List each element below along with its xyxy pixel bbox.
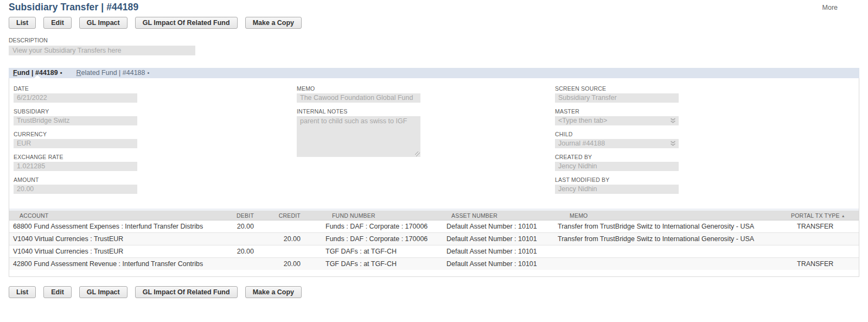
cell-memo: Transfer from TrustBridge Switz to Inter… — [557, 233, 781, 245]
gl-impact-button[interactable]: GL Impact — [79, 286, 127, 298]
field-label-amount: AMOUNT — [14, 176, 137, 183]
field-amount: AMOUNT20.00 — [14, 176, 137, 194]
description-label: DESCRIPTION — [9, 37, 48, 43]
gl-lines-table: ACCOUNTDEBITCREDITFUND NUMBERASSET NUMBE… — [9, 211, 859, 270]
textarea-internal-notes: parent to child such as swiss to IGF — [297, 116, 420, 157]
column-header-account[interactable]: ACCOUNT — [9, 211, 234, 220]
cell-debit — [234, 233, 258, 245]
column-header-memo[interactable]: MEMO — [557, 211, 781, 220]
input-amount: 20.00 — [14, 185, 137, 194]
list-button[interactable]: List — [9, 17, 36, 29]
field-exchange-rate: EXCHANGE RATE1.021285 — [14, 154, 137, 171]
cell-asset-number: Default Asset Number : 10101 — [443, 245, 557, 258]
cell-account: V1040 Virtual Currencies : TrustEUR — [9, 233, 234, 245]
cell-portal-tx-type — [781, 233, 859, 245]
cell-asset-number: Default Asset Number : 10101 — [443, 220, 557, 233]
toolbar-top: ListEditGL ImpactGL Impact Of Related Fu… — [9, 17, 302, 29]
input-created-by: Jency Nidhin — [555, 162, 679, 171]
more-link[interactable]: More — [822, 4, 838, 11]
field-child: CHILDJournal #44188 — [555, 131, 679, 148]
input-child[interactable]: Journal #44188 — [555, 139, 679, 148]
tab-label: und | #44189 — [17, 69, 58, 77]
input-date: 6/21/2022 — [14, 93, 137, 103]
input-last-modified-by: Jency Nidhin — [555, 185, 679, 194]
field-memo: MEMOThe Cawood Foundation Global Fund — [297, 85, 420, 103]
make-a-copy-button[interactable]: Make a Copy — [245, 286, 302, 298]
table-header-row: ACCOUNTDEBITCREDITFUND NUMBERASSET NUMBE… — [9, 211, 859, 220]
tab-bullet: • — [60, 70, 62, 76]
cell-debit: 20.00 — [234, 245, 258, 258]
cell-portal-tx-type — [781, 245, 859, 258]
cell-portal-tx-type: TRANSFER — [781, 220, 859, 233]
field-screen-source: SCREEN SOURCESubsidiary Transfer — [555, 85, 679, 103]
record-panel: DATE6/21/2022SUBSIDIARYTrustBridge Switz… — [9, 78, 859, 277]
toolbar-bottom: ListEditGL ImpactGL Impact Of Related Fu… — [9, 286, 302, 298]
tab-label: R — [76, 69, 81, 77]
cell-asset-number: Default Asset Number : 10101 — [443, 233, 557, 245]
input-subsidiary: TrustBridge Switz — [14, 116, 137, 125]
field-currency: CURRENCYEUR — [14, 131, 137, 148]
column-header-credit[interactable]: CREDIT — [258, 211, 307, 220]
cell-fund-number: TGF DAFs : at TGF-CH — [307, 245, 443, 258]
field-internal-notes: INTERNAL NOTESparent to child such as sw… — [297, 108, 420, 157]
field-label-last-modified-by: LAST MODIFIED BY — [555, 176, 679, 183]
column-header-debit[interactable]: DEBIT — [234, 211, 258, 220]
input-exchange-rate: 1.021285 — [14, 162, 137, 171]
input-master[interactable]: <Type then tab> — [555, 116, 679, 125]
edit-button[interactable]: Edit — [43, 286, 72, 298]
gl-impact-of-related-fund-button[interactable]: GL Impact Of Related Fund — [135, 17, 238, 29]
list-button[interactable]: List — [9, 286, 36, 298]
field-label-date: DATE — [14, 85, 137, 92]
field-date: DATE6/21/2022 — [14, 85, 137, 103]
cell-memo — [557, 245, 781, 258]
field-label-screen-source: SCREEN SOURCE — [555, 85, 679, 92]
field-label-master: MASTER — [555, 108, 679, 115]
cell-fund-number: TGF DAFs : at TGF-CH — [307, 258, 443, 270]
cell-account: 68800 Fund Assessment Expenses : Interfu… — [9, 220, 234, 233]
tab-bullet: • — [148, 70, 150, 76]
tab-fund[interactable]: Fund | #44189• — [13, 68, 62, 78]
column-header-asset-number[interactable]: ASSET NUMBER — [443, 211, 557, 220]
cell-credit — [258, 245, 307, 258]
resize-grip-icon[interactable] — [415, 151, 420, 156]
tab-related-fund[interactable]: Related Fund | #44188• — [76, 68, 150, 78]
field-last-modified-by: LAST MODIFIED BYJency Nidhin — [555, 176, 679, 194]
cell-account: V1040 Virtual Currencies : TrustEUR — [9, 245, 234, 258]
cell-fund-number: Funds : DAF : Corporate : 170006 — [307, 220, 443, 233]
cell-credit — [258, 220, 307, 233]
edit-button[interactable]: Edit — [43, 17, 72, 29]
cell-memo — [557, 258, 781, 270]
field-subsidiary: SUBSIDIARYTrustBridge Switz — [14, 108, 137, 125]
cell-credit: 20.00 — [258, 233, 307, 245]
input-currency: EUR — [14, 139, 137, 148]
gl-impact-of-related-fund-button[interactable]: GL Impact Of Related Fund — [135, 286, 238, 298]
table-row: V1040 Virtual Currencies : TrustEUR20.00… — [9, 245, 859, 258]
input-screen-source: Subsidiary Transfer — [555, 93, 679, 103]
tab-label: F — [13, 69, 17, 77]
tab-label: elated Fund | #44188 — [81, 69, 145, 77]
page-title: Subsidiary Transfer | #44189 — [9, 2, 138, 13]
sort-ascending-icon: ▲ — [841, 214, 845, 218]
field-label-subsidiary: SUBSIDIARY — [14, 108, 137, 115]
table-row: 42800 Fund Assessment Revenue : Interfun… — [9, 258, 859, 270]
cell-fund-number: Funds : DAF : Corporate : 170006 — [307, 233, 443, 245]
column-header-portal-tx-type[interactable]: PORTAL TX TYPE▲ — [781, 211, 859, 220]
form-column-left: DATE6/21/2022SUBSIDIARYTrustBridge Switz… — [14, 78, 137, 194]
table-row: 68800 Fund Assessment Expenses : Interfu… — [9, 220, 859, 233]
form-column-middle: MEMOThe Cawood Foundation Global FundINT… — [297, 78, 420, 157]
input-memo: The Cawood Foundation Global Fund — [297, 93, 420, 103]
gl-impact-button[interactable]: GL Impact — [79, 17, 127, 29]
field-label-exchange-rate: EXCHANGE RATE — [14, 154, 137, 160]
make-a-copy-button[interactable]: Make a Copy — [245, 17, 302, 29]
cell-asset-number: Default Asset Number : 10101 — [443, 258, 557, 270]
cell-memo: Transfer from TrustBridge Switz to Inter… — [557, 220, 781, 233]
cell-debit: 20.00 — [234, 220, 258, 233]
field-label-created-by: CREATED BY — [555, 154, 679, 160]
column-header-fund-number[interactable]: FUND NUMBER — [307, 211, 443, 220]
cell-credit: 20.00 — [258, 258, 307, 270]
field-master: MASTER<Type then tab> — [555, 108, 679, 125]
description-field: View your Subsidiary Transfers here — [9, 46, 195, 55]
cell-debit — [234, 258, 258, 270]
field-label-currency: CURRENCY — [14, 131, 137, 137]
cell-account: 42800 Fund Assessment Revenue : Interfun… — [9, 258, 234, 270]
